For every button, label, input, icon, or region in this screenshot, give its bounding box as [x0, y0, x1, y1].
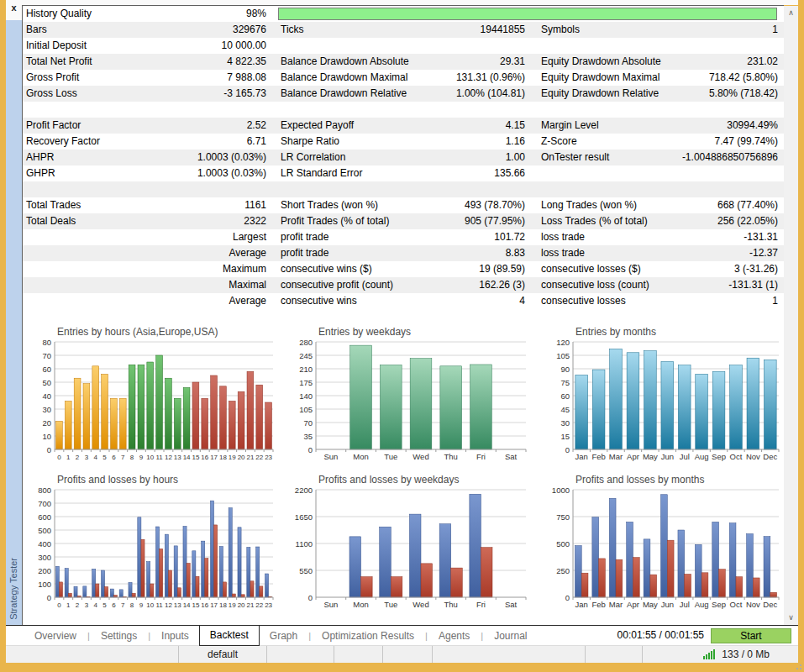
status-network-area: 133 / 0 Mb [643, 646, 798, 663]
stat-label: Balance Drawdown Relative [281, 86, 407, 102]
scroll-down-icon[interactable]: ∨ [784, 611, 798, 625]
x-tick-label: 14 [183, 601, 191, 609]
chart-entries-by-hours-asia-europe-usa: Entries by hours (Asia,Europe,USA)010203… [29, 326, 278, 465]
tab-agents[interactable]: Agents [428, 627, 480, 646]
summary-cell: Average [23, 245, 268, 261]
x-tick-label: Sep [712, 452, 726, 461]
stat-label: Total Trades [26, 197, 81, 213]
stat-value: 1.16 [506, 134, 525, 150]
y-tick-label: 700 [38, 499, 51, 508]
tab-overview[interactable]: Overview [24, 627, 87, 646]
summary-cell: consecutive profit (count)162.26 (3) [268, 277, 528, 293]
tester-tab-row: Overview|Settings|InputsBacktestGraph|Op… [6, 625, 798, 645]
stat-value: 329676 [233, 22, 266, 38]
status-cell [383, 646, 433, 663]
x-tick-label: Thu [444, 452, 458, 461]
bar [196, 576, 199, 597]
bar [247, 547, 250, 597]
stat-value: 7.47 (99.74%) [715, 134, 778, 150]
start-button[interactable]: Start [711, 628, 791, 643]
stat-value: 3 (-31.26) [734, 261, 778, 277]
summary-row: Initial Deposit10 000.00 [23, 38, 784, 54]
bar [205, 559, 208, 597]
summary-table: History Quality98%Bars329676Ticks1944185… [23, 6, 784, 309]
bar [96, 584, 99, 597]
stat-value: 101.72 [494, 229, 525, 245]
bar [685, 574, 691, 597]
charts-column: Entries by hours (Asia,Europe,USA)010203… [29, 326, 278, 622]
x-tick-label: Mon [353, 452, 368, 461]
resize-grip-icon[interactable] [793, 661, 801, 669]
tab-inputs[interactable]: Inputs [151, 627, 199, 646]
bar [380, 527, 391, 597]
bar [155, 527, 159, 597]
tab-journal[interactable]: Journal [484, 627, 537, 646]
bar [141, 539, 145, 597]
bar [83, 384, 90, 449]
chart-title: Profits and losses by months [548, 474, 784, 487]
bar [74, 378, 81, 449]
summary-cell: Balance Drawdown Maximal131.31 (0.96%) [268, 70, 528, 86]
status-cell [433, 646, 586, 663]
y-tick-label: 40 [42, 391, 51, 401]
bar [627, 522, 633, 597]
bar [391, 577, 402, 597]
stat-value: 162.26 (3) [479, 277, 525, 293]
summary-row: History Quality98% [23, 6, 784, 22]
stat-label: Total Deals [26, 213, 76, 229]
bar [129, 365, 135, 449]
y-tick-label: 80 [42, 339, 51, 347]
bar [55, 566, 59, 597]
charts-column: Entries by months0153045607590105120JanF… [548, 326, 784, 622]
stat-label: LR Correlation [281, 150, 345, 165]
y-tick-label: 500 [38, 526, 51, 535]
bar [661, 495, 668, 597]
bar [265, 402, 272, 449]
chart-profits-and-losses-by-weekdays: Profits and losses by weekdays0550110016… [291, 474, 531, 613]
summary-cell: consecutive loss (count)-131.31 (1) [528, 277, 780, 293]
y-tick-label: 250 [556, 566, 570, 575]
tab-graph[interactable]: Graph [260, 627, 307, 646]
bar [678, 365, 691, 449]
stat-value: 718.42 (5.80%) [709, 70, 778, 86]
summary-cell: loss trade-12.37 [528, 245, 780, 261]
scroll-up-icon[interactable]: ∧ [784, 6, 798, 20]
summary-separator-row [23, 181, 784, 197]
x-tick-label: 6 [112, 454, 116, 461]
stat-value: Largest [233, 229, 266, 245]
stat-label: Loss Trades (% of total) [541, 213, 648, 229]
stat-label: GHPR [26, 165, 55, 181]
summary-row: Total Deals2322Profit Trades (% of total… [23, 213, 784, 229]
x-tick-label: 1 [66, 601, 71, 609]
bar [166, 378, 172, 449]
tab-settings[interactable]: Settings [91, 627, 147, 646]
stat-value: 7 988.08 [227, 70, 266, 86]
close-icon[interactable]: x [8, 2, 20, 14]
summary-cell: Balance Drawdown Relative1.00% (104.81) [268, 86, 528, 102]
bar [644, 351, 657, 449]
bar [380, 365, 402, 449]
bar [256, 547, 260, 597]
tab-backtest[interactable]: Backtest [199, 626, 260, 646]
bar [232, 594, 235, 597]
status-cell-default[interactable]: default [179, 646, 267, 663]
summary-cell: LR Standard Error135.66 [268, 165, 528, 181]
x-tick-label: Jun [661, 452, 674, 461]
summary-row: GHPR1.0003 (0.03%)LR Standard Error135.6… [23, 165, 784, 181]
summary-cell: Initial Deposit10 000.00 [23, 38, 268, 54]
stat-label: History Quality [26, 6, 92, 22]
bar [192, 382, 199, 449]
bar [192, 551, 196, 597]
stat-value: 4 [519, 293, 525, 309]
network-signal-icon [703, 649, 716, 659]
x-tick-label: 18 [219, 454, 227, 461]
x-tick-label: 15 [192, 454, 199, 461]
summary-row: Gross Profit7 988.08Balance Drawdown Max… [23, 70, 784, 86]
bar [56, 421, 63, 449]
vertical-scrollbar[interactable]: ∧ ∨ [784, 6, 798, 625]
bar [736, 577, 743, 597]
tab-optimization-results[interactable]: Optimization Results [312, 627, 424, 646]
y-tick-label: 210 [299, 365, 313, 374]
y-tick-label: 200 [38, 566, 51, 575]
bar [753, 578, 759, 597]
